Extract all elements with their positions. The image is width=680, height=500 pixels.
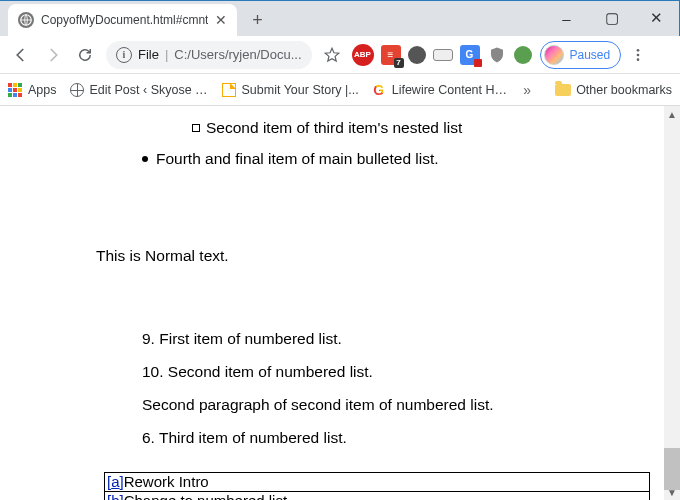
extension-green-icon[interactable] xyxy=(514,46,532,64)
globe-icon xyxy=(18,12,34,28)
tab-strip: CopyofMyDocument.html#cmnt ✕ + xyxy=(0,0,271,36)
paragraph-normal: This is Normal text. xyxy=(96,246,640,267)
comment-cell: [a]Rework Intro xyxy=(105,473,650,492)
todoist-icon[interactable]: ≡ xyxy=(381,45,401,65)
document-body: Second item of third item's nested list … xyxy=(0,106,664,500)
site-info-icon[interactable]: i xyxy=(116,47,132,63)
apps-grid-icon xyxy=(8,83,22,97)
nested-list-item: Second item of third item's nested list xyxy=(192,118,640,139)
browser-toolbar: i File | C:/Users/ryjen/Docu... ABP ≡ G … xyxy=(0,36,680,74)
adblock-icon[interactable]: ABP xyxy=(352,44,374,66)
translate-icon[interactable]: G xyxy=(460,45,480,65)
svg-point-2 xyxy=(637,53,640,56)
window-controls: – ▢ ✕ xyxy=(544,4,679,32)
close-tab-icon[interactable]: ✕ xyxy=(215,12,227,28)
address-bar[interactable]: i File | C:/Users/ryjen/Docu... xyxy=(106,41,312,69)
save-page-icon[interactable] xyxy=(433,49,453,61)
list-item-text: Fourth and final item of main bulleted l… xyxy=(156,150,439,167)
minimize-button[interactable]: – xyxy=(544,4,589,32)
bookmarks-bar: Apps Edit Post ‹ Skyose -... Submit Your… xyxy=(0,74,680,106)
comment-text: Rework Intro xyxy=(124,473,209,490)
tab-title: CopyofMyDocument.html#cmnt xyxy=(41,13,208,27)
comment-row: [a]Rework Intro xyxy=(105,473,650,492)
bookmark-submit-story[interactable]: Submit Your Story |... xyxy=(221,82,359,98)
page-viewport: ▲ ▼ Second item of third item's nested l… xyxy=(0,106,680,500)
reload-button[interactable] xyxy=(70,40,100,70)
hollow-bullet-icon xyxy=(192,124,200,132)
folder-icon xyxy=(555,84,571,96)
scroll-down-icon[interactable]: ▼ xyxy=(664,484,680,500)
comment-cell: [b]Change to numbered list xyxy=(105,492,650,500)
svg-point-1 xyxy=(637,49,640,52)
other-bookmarks[interactable]: Other bookmarks xyxy=(555,83,672,97)
numbered-item: 10. Second item of numbered list. xyxy=(142,362,640,383)
bookmark-edit-post[interactable]: Edit Post ‹ Skyose -... xyxy=(69,82,209,98)
numbered-item: 9. First item of numbered list. xyxy=(142,329,640,350)
back-button[interactable] xyxy=(6,40,36,70)
comment-anchor[interactable]: b xyxy=(111,492,119,500)
forward-button[interactable] xyxy=(38,40,68,70)
shield-icon[interactable] xyxy=(487,45,507,65)
bookmark-overflow-icon[interactable]: » xyxy=(523,82,531,98)
comment-text: Change to numbered list xyxy=(124,492,287,500)
document-icon xyxy=(221,82,237,98)
numbered-list: 9. First item of numbered list. 10. Seco… xyxy=(142,329,640,449)
svg-point-3 xyxy=(637,58,640,61)
google-icon: G xyxy=(371,82,387,98)
bullet-icon xyxy=(142,156,148,162)
browser-tab[interactable]: CopyofMyDocument.html#cmnt ✕ xyxy=(8,4,237,36)
apps-label: Apps xyxy=(28,83,57,97)
nested-item-text: Second item of third item's nested list xyxy=(206,119,462,136)
url-scheme: File xyxy=(138,47,159,62)
window-titlebar: CopyofMyDocument.html#cmnt ✕ + – ▢ ✕ xyxy=(0,0,680,36)
comment-anchor[interactable]: a xyxy=(111,473,119,490)
new-tab-button[interactable]: + xyxy=(243,6,271,34)
close-window-button[interactable]: ✕ xyxy=(634,4,679,32)
bookmark-label: Edit Post ‹ Skyose -... xyxy=(90,83,209,97)
extension-icon[interactable] xyxy=(408,46,426,64)
bookmark-label: Lifewire Content Hu... xyxy=(392,83,511,97)
other-bookmarks-label: Other bookmarks xyxy=(576,83,672,97)
avatar-icon xyxy=(544,45,564,65)
maximize-button[interactable]: ▢ xyxy=(589,4,634,32)
bookmark-lifewire[interactable]: G Lifewire Content Hu... xyxy=(371,82,511,98)
profile-paused-chip[interactable]: Paused xyxy=(540,41,622,69)
bookmark-label: Submit Your Story |... xyxy=(242,83,359,97)
url-separator: | xyxy=(165,47,168,62)
scroll-up-icon[interactable]: ▲ xyxy=(664,106,680,122)
numbered-item: 6. Third item of numbered list. xyxy=(142,428,640,449)
scrollbar-track[interactable]: ▲ ▼ xyxy=(664,106,680,500)
bookmark-star-icon[interactable] xyxy=(318,41,346,69)
comment-row: [b]Change to numbered list xyxy=(105,492,650,500)
comment-table: [a]Rework Intro [b]Change to numbered li… xyxy=(104,472,650,500)
globe-icon xyxy=(69,82,85,98)
paused-label: Paused xyxy=(570,48,611,62)
numbered-item-paragraph: Second paragraph of second item of numbe… xyxy=(142,395,640,416)
bulleted-list-item: Fourth and final item of main bulleted l… xyxy=(142,149,640,170)
url-path: C:/Users/ryjen/Docu... xyxy=(174,47,301,62)
apps-shortcut[interactable]: Apps xyxy=(8,83,57,97)
kebab-menu-icon[interactable] xyxy=(623,40,653,70)
extension-icons: ABP ≡ G xyxy=(352,44,532,66)
